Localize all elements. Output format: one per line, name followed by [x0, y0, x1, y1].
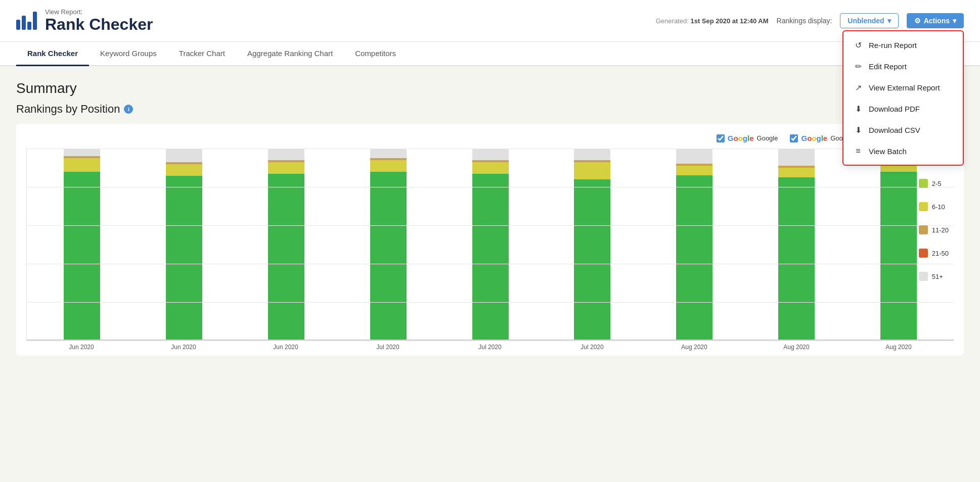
right-legend-item: 6-10 — [919, 202, 949, 211]
download-csv-icon: ⬇ — [854, 125, 863, 134]
bar-segment-2-5 — [880, 172, 917, 340]
dropdown-item-external[interactable]: ↗ View External Report — [843, 77, 963, 98]
bar-segment-51plus — [268, 149, 304, 160]
bar-segment-2-5 — [64, 172, 100, 340]
bar-segment-51plus — [64, 149, 100, 156]
edit-icon: ✏ — [854, 62, 863, 71]
dropdown-item-csv[interactable]: ⬇ Download CSV — [843, 119, 963, 140]
right-legend-swatch — [919, 225, 928, 234]
right-legend-item: 11-20 — [919, 225, 949, 234]
generated-date: 1st Sep 2020 at 12:40 AM — [690, 17, 768, 25]
bar-segment-2-5 — [166, 176, 202, 340]
main-content: Summary Rankings by Position i Google Go… — [0, 66, 980, 370]
generated-text: Generated: 1st Sep 2020 at 12:40 AM — [656, 17, 769, 25]
bar-group — [643, 149, 745, 340]
header: View Report: Rank Checker Generated: 1st… — [0, 0, 980, 42]
actions-button[interactable]: ⚙ Actions ▾ — [907, 13, 964, 28]
bar-group — [133, 149, 235, 340]
bar-segment-51plus — [472, 149, 509, 160]
bar-segment-2-5 — [778, 177, 815, 340]
logo-bar-1 — [16, 20, 20, 30]
bar-group — [541, 149, 643, 340]
view-report-label: View Report: — [45, 8, 153, 16]
google-g-icon: Google — [728, 134, 754, 142]
tab-keyword-groups[interactable]: Keyword Groups — [89, 42, 168, 66]
bar-segment-6-10 — [778, 168, 815, 177]
bar-chart-area — [26, 149, 954, 341]
tab-competitors[interactable]: Competitors — [344, 42, 407, 66]
dropdown-item-csv-label: Download CSV — [869, 126, 920, 134]
bar-group — [439, 149, 542, 340]
dropdown-item-edit[interactable]: ✏ Edit Report — [843, 56, 963, 77]
actions-dropdown-menu: ↺ Re-run Report ✏ Edit Report ↗ View Ext… — [842, 30, 964, 166]
x-label: Jul 2020 — [541, 341, 643, 351]
generated-label: Generated: — [656, 17, 689, 25]
dropdown-item-pdf[interactable]: ⬇ Download PDF — [843, 98, 963, 119]
bar-group — [235, 149, 337, 340]
chevron-down-icon-actions: ▾ — [953, 17, 956, 25]
google-checkbox[interactable] — [717, 134, 725, 142]
bar-segment-6-10 — [370, 160, 407, 172]
right-legend-item: 51+ — [919, 272, 949, 281]
right-legend-label: 21-50 — [932, 250, 949, 257]
right-legend-item: 21-50 — [919, 249, 949, 258]
tab-aggregate-ranking-chart[interactable]: Aggregate Ranking Chart — [236, 42, 344, 66]
summary-title: Summary — [16, 80, 964, 97]
tab-rank-checker[interactable]: Rank Checker — [16, 42, 89, 66]
chart-legend-row: Google Google Google Google Mobile — [26, 134, 954, 142]
google-label: Google — [757, 134, 778, 142]
dropdown-item-pdf-label: Download PDF — [869, 105, 920, 113]
dropdown-item-external-label: View External Report — [869, 83, 940, 92]
bar-segment-2-5 — [472, 174, 509, 340]
google-mobile-checkbox[interactable] — [790, 134, 798, 142]
right-legend-label: 11-20 — [932, 226, 949, 234]
legend-item-google: Google Google — [717, 134, 778, 142]
logo-bar-4 — [33, 12, 37, 30]
batch-icon: ≡ — [854, 147, 863, 156]
logo-bar-3 — [27, 22, 31, 30]
bar-segment-51plus — [778, 149, 815, 166]
right-legend-swatch — [919, 249, 928, 258]
gear-icon: ⚙ — [914, 17, 921, 25]
actions-label: Actions — [924, 17, 950, 25]
tab-tracker-chart[interactable]: Tracker Chart — [168, 42, 236, 66]
external-icon: ↗ — [854, 83, 863, 92]
bar-segment-6-10 — [268, 162, 304, 174]
bar-group — [337, 149, 439, 340]
x-label: Jun 2020 — [132, 341, 235, 351]
page-main-title: Rank Checker — [45, 16, 153, 33]
x-axis-labels: Jun 2020Jun 2020Jun 2020Jul 2020Jul 2020… — [26, 341, 954, 351]
google-mobile-g-icon: Google — [801, 134, 827, 142]
info-icon[interactable]: i — [124, 105, 133, 114]
bar-segment-51plus — [676, 149, 712, 164]
x-label: Jun 2020 — [235, 341, 337, 351]
actions-dropdown-wrapper: ⚙ Actions ▾ ↺ Re-run Report ✏ Edit Repor… — [907, 13, 964, 28]
download-pdf-icon: ⬇ — [854, 104, 863, 113]
rerun-icon: ↺ — [854, 40, 863, 50]
right-legend-swatch — [919, 179, 928, 188]
x-label: Aug 2020 — [745, 341, 848, 351]
unblended-label: Unblended — [848, 17, 884, 25]
right-legend-label: 6-10 — [932, 203, 945, 211]
dropdown-item-batch[interactable]: ≡ View Batch — [843, 140, 963, 162]
chart-container: Google Google Google Google Mobile — [16, 124, 964, 356]
bar-group — [745, 149, 848, 340]
x-label: Aug 2020 — [848, 341, 950, 351]
logo-bar-2 — [22, 16, 26, 30]
bar-segment-51plus — [574, 149, 610, 160]
x-label: Jul 2020 — [439, 341, 541, 351]
chart-area-wrapper: Jun 2020Jun 2020Jun 2020Jul 2020Jul 2020… — [26, 149, 954, 351]
right-legend-swatch — [919, 272, 928, 281]
tabs-bar: Rank Checker Keyword Groups Tracker Char… — [0, 42, 980, 66]
right-legend-label: 51+ — [932, 273, 943, 280]
right-legend-swatch — [919, 202, 928, 211]
rankings-by-position-row: Rankings by Position i — [16, 103, 964, 116]
unblended-button[interactable]: Unblended ▾ — [840, 13, 898, 28]
header-right: Generated: 1st Sep 2020 at 12:40 AM Rank… — [656, 13, 964, 28]
x-label: Jun 2020 — [30, 341, 132, 351]
bar-segment-2-5 — [676, 175, 712, 340]
bar-segment-6-10 — [574, 162, 610, 179]
rankings-by-position-label: Rankings by Position — [16, 103, 120, 116]
bar-segment-6-10 — [676, 166, 712, 175]
dropdown-item-rerun[interactable]: ↺ Re-run Report — [843, 34, 963, 56]
